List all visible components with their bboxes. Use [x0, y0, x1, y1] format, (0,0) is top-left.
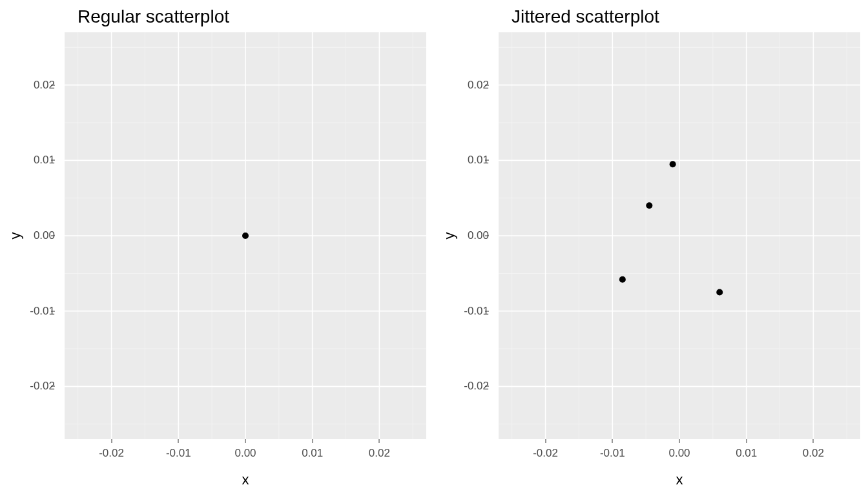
x-axis-ticks: -0.02-0.010.000.010.02: [499, 439, 860, 465]
x-tick-label: -0.02: [99, 447, 124, 460]
data-point: [619, 276, 626, 283]
data-point: [670, 161, 676, 167]
x-tick-label: -0.01: [600, 447, 625, 460]
data-point: [646, 202, 652, 209]
data-point: [242, 232, 249, 239]
data-point: [716, 289, 723, 296]
plot-area-left: [65, 32, 426, 439]
x-tick-label: 0.00: [234, 447, 256, 460]
x-tick-label: 0.02: [369, 447, 390, 460]
x-tick-label: 0.01: [302, 447, 323, 460]
x-tick-label: -0.01: [166, 447, 191, 460]
x-axis-ticks: -0.02-0.010.000.010.02: [65, 439, 426, 465]
left-panel: Regular scatterplot -0.02-0.010.000.010.…: [0, 0, 434, 496]
x-axis-label: x: [499, 471, 860, 488]
x-axis-label: x: [65, 471, 426, 488]
x-tick-label: 0.02: [803, 447, 824, 460]
right-panel: Jittered scatterplot -0.02-0.010.000.010…: [434, 0, 868, 496]
x-tick-label: 0.00: [668, 447, 690, 460]
y-axis-label: y: [7, 232, 24, 240]
x-tick-label: 0.01: [736, 447, 757, 460]
chart-title: Jittered scatterplot: [512, 6, 659, 27]
y-axis-label: y: [441, 232, 458, 240]
scatter-svg-right: [499, 32, 860, 439]
x-tick-label: -0.02: [533, 447, 558, 460]
chart-title: Regular scatterplot: [78, 6, 229, 27]
scatter-svg-left: [65, 32, 426, 439]
plot-area-right: [499, 32, 860, 439]
